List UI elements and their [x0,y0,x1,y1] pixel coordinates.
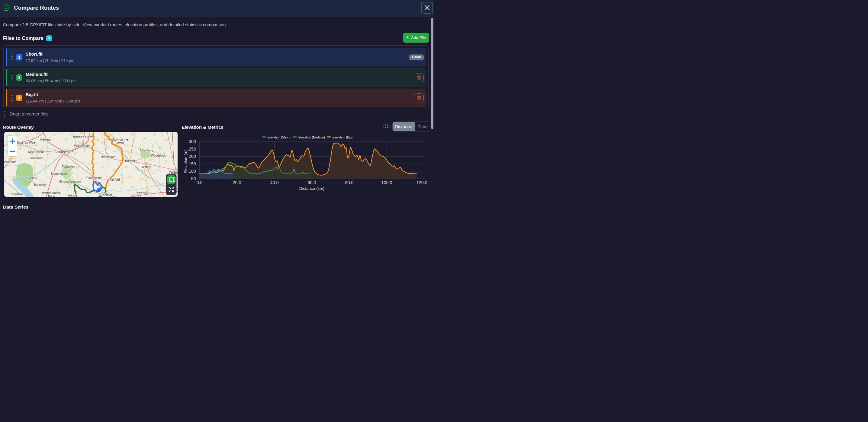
svg-text:Painswick: Painswick [62,165,75,168]
svg-text:Edge: Edge [48,195,55,197]
svg-text:Northleach: Northleach [100,156,115,159]
svg-text:Berkeley: Berkeley [34,183,45,187]
svg-text:20.0: 20.0 [232,180,241,185]
svg-text:Burford: Burford [125,160,135,163]
svg-text:120.0: 120.0 [416,180,427,185]
svg-text:Minchinhampton: Minchinhampton [58,180,80,183]
svg-text:Elevation (m): Elevation (m) [183,150,188,174]
svg-text:Cirencester: Cirencester [86,176,102,179]
svg-text:100.0: 100.0 [381,180,392,185]
svg-text:Wotton-under-: Wotton-under- [42,191,61,195]
svg-text:Charlbury: Charlbury [140,149,153,152]
svg-text:100: 100 [188,169,196,174]
svg-text:80.0: 80.0 [345,180,353,185]
svg-text:Gloucester: Gloucester [54,150,73,154]
svg-text:Wold: Wold [117,142,124,145]
svg-text:200: 200 [188,154,196,159]
svg-text:60.0: 60.0 [307,180,316,185]
svg-text:Stonehouse: Stonehouse [51,172,67,175]
svg-text:Elevation (Big): Elevation (Big) [333,136,352,139]
svg-text:Witney: Witney [142,165,151,169]
svg-text:Ross-on-Wye: Ross-on-Wye [17,141,35,144]
svg-text:Chepstow: Chepstow [9,193,23,196]
svg-text:Monmouth: Monmouth [4,161,16,164]
svg-text:Stow-on-the-: Stow-on-the- [112,138,129,141]
svg-text:50: 50 [191,176,196,181]
svg-text:Bishop's Cleeve: Bishop's Cleeve [73,136,95,139]
svg-text:Cricklade: Cricklade [99,193,112,196]
svg-text:Faringdon: Faringdon [136,191,150,194]
svg-text:Distance (km): Distance (km) [299,186,324,191]
svg-text:300: 300 [188,139,196,144]
svg-text:Fairford: Fairford [109,178,120,181]
svg-text:Tetbury: Tetbury [68,194,78,197]
svg-text:Elevation (Short): Elevation (Short) [268,136,290,139]
svg-text:0.0: 0.0 [196,180,203,185]
svg-text:Newent: Newent [40,138,51,141]
svg-text:Cheltenham: Cheltenham [74,144,90,148]
svg-text:Woodstock: Woodstock [151,154,166,158]
svg-text:Cinderford: Cinderford [28,157,42,160]
svg-text:Lydney: Lydney [27,176,37,180]
svg-text:40.0: 40.0 [270,180,278,185]
svg-text:250: 250 [188,147,196,151]
svg-text:Mitcheldean: Mitcheldean [28,150,44,154]
svg-text:Elevation (Medium): Elevation (Medium) [299,136,325,139]
svg-text:150: 150 [188,162,196,166]
